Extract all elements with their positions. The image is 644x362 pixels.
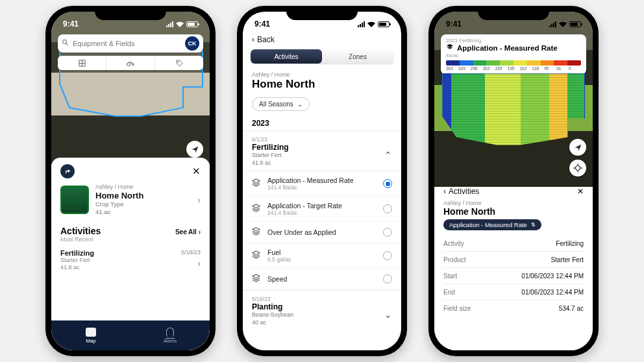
detail-row: End01/06/2023 12:44 PM xyxy=(443,284,584,300)
activity-area: 41.8 ac xyxy=(60,264,94,272)
field-heatmap xyxy=(442,73,585,151)
activity-group-fertilizing[interactable]: 6/1/23 Fertilizing Starter Fert 41.8 ac … xyxy=(243,131,401,171)
map-mode-segment[interactable] xyxy=(58,56,203,70)
seg-activities[interactable]: Activites xyxy=(251,49,322,64)
radio-unselected[interactable] xyxy=(383,228,392,237)
battery-icon xyxy=(186,21,198,27)
clock: 9:41 xyxy=(63,19,79,29)
group-date: 5/18/23 xyxy=(252,296,392,302)
layers-icon xyxy=(446,43,454,53)
layer-row[interactable]: Over Under as Applied xyxy=(243,222,401,243)
seg-zones[interactable]: Zones xyxy=(322,49,393,64)
field-name: Home North xyxy=(443,206,584,217)
tab-map[interactable]: Map xyxy=(51,320,130,350)
radio-unselected[interactable] xyxy=(383,251,392,260)
activity-date: 5/18/23 xyxy=(181,249,201,256)
notch xyxy=(478,6,549,20)
notch xyxy=(95,6,166,20)
layer-row[interactable]: Fuel0.5 gal/ac xyxy=(243,243,401,269)
wifi-icon xyxy=(367,21,375,27)
group-area: 41.8 ac xyxy=(252,160,289,167)
location-arrow-icon xyxy=(191,145,199,154)
map-icon xyxy=(86,328,96,337)
layer-value: 241.4 lbs/ac xyxy=(267,210,342,216)
clock: 9:41 xyxy=(254,19,270,29)
turn-arrow-icon xyxy=(64,168,71,175)
compass-button[interactable] xyxy=(569,139,586,156)
radio-selected[interactable] xyxy=(383,179,392,188)
user-avatar[interactable]: CK xyxy=(185,36,199,51)
layer-row[interactable]: Application - Measured Rate241.4 lbs/ac xyxy=(243,171,401,197)
group-name: Fertilizing xyxy=(252,143,289,152)
field-card: ✕ Ashley / Home Home North Crop Type 41.… xyxy=(51,158,210,350)
legend-title: Application - Measured Rate xyxy=(457,44,558,52)
location-arrow-icon xyxy=(574,143,582,152)
chevron-right-icon: › xyxy=(197,258,201,269)
activities-heading: Activities xyxy=(60,226,101,236)
search-bar[interactable]: CK xyxy=(58,34,203,53)
chevron-up-icon[interactable]: ⌃ xyxy=(384,150,392,160)
chevron-down-icon[interactable]: ⌄ xyxy=(384,309,392,320)
layers-icon xyxy=(252,274,261,284)
chevron-right-icon: › xyxy=(197,195,201,205)
close-button[interactable]: ✕ xyxy=(577,187,584,196)
compass-button[interactable] xyxy=(186,141,203,158)
layer-name: Fuel xyxy=(267,248,291,256)
screen-right: 9:41 2023 Fertilizing Application - Meas… xyxy=(434,12,593,350)
tab-alerts[interactable]: Alerts xyxy=(130,320,210,350)
details-sheet: ‹Activities ✕ Ashley / Home Home North A… xyxy=(434,180,593,350)
status-icons xyxy=(358,21,390,27)
radio-unselected[interactable] xyxy=(383,274,392,284)
layer-row[interactable]: Application - Target Rate241.4 lbs/ac xyxy=(243,197,401,222)
legend-values: 36332929626222919516212895610 xyxy=(446,66,581,71)
layers-icon xyxy=(252,204,261,214)
back-activities[interactable]: ‹Activities xyxy=(443,187,479,196)
chevron-left-icon: ‹ xyxy=(252,35,254,44)
map-view[interactable]: CK xyxy=(51,12,210,164)
layers-icon xyxy=(252,250,261,261)
detail-row: Start01/06/2023 12:44 PM xyxy=(443,267,584,284)
bell-icon xyxy=(166,328,174,337)
layer-chip[interactable]: Application - Measured Rate⇅ xyxy=(443,219,541,230)
svg-point-8 xyxy=(576,166,580,171)
locate-button[interactable] xyxy=(569,160,586,176)
search-input[interactable] xyxy=(73,40,181,47)
field-thumbnail xyxy=(60,186,89,214)
navigate-button[interactable] xyxy=(60,164,75,178)
season-filter[interactable]: All Seasons⌄ xyxy=(252,97,310,111)
seg-tractor-icon[interactable] xyxy=(106,56,155,70)
close-button[interactable]: ✕ xyxy=(192,165,201,177)
field-summary-row[interactable]: Ashley / Home Home North Crop Type 41.ac… xyxy=(60,184,201,217)
activity-item[interactable]: Fertilizing Starter Fert 41.8 ac 5/18/23… xyxy=(60,249,201,272)
layer-name: Speed xyxy=(267,275,287,283)
radio-unselected[interactable] xyxy=(383,204,392,213)
back-button[interactable]: ‹Back xyxy=(252,35,392,44)
activities-zones-segment[interactable]: Activites Zones xyxy=(251,49,393,64)
wifi-icon xyxy=(176,21,184,27)
signal-icon xyxy=(358,21,365,27)
bottom-tab-bar: Map Alerts xyxy=(51,320,210,350)
see-all-link[interactable]: See All › xyxy=(175,228,201,235)
svg-line-1 xyxy=(66,43,68,45)
seg-tag-icon[interactable] xyxy=(155,56,203,70)
year-header: 2023 xyxy=(243,116,401,131)
layer-name: Over Under as Applied xyxy=(267,228,336,236)
group-area: 40 ac xyxy=(252,319,293,327)
chevron-left-icon: ‹ xyxy=(443,187,446,196)
layers-icon xyxy=(252,178,261,189)
page-title: Home North xyxy=(243,78,401,96)
triptych: 9:41 CK xyxy=(0,0,644,362)
notch xyxy=(286,6,358,20)
phone-middle: 9:41 ‹Back Activites Zones Ashley / Home… xyxy=(237,6,407,356)
sort-icon: ⇅ xyxy=(531,222,536,228)
seg-grid-icon[interactable] xyxy=(58,56,106,70)
activity-title: Fertilizing xyxy=(60,249,94,257)
field-name: Home North xyxy=(95,191,143,200)
crop-type-label: Crop Type xyxy=(95,200,143,208)
battery-icon xyxy=(378,21,390,27)
heatmap-view[interactable]: 2023 Fertilizing Application - Measured … xyxy=(434,12,593,187)
activity-group-planting[interactable]: 5/18/23 Planting Beans-Soybean 40 ac ⌄ xyxy=(243,290,401,330)
layer-row[interactable]: Speed xyxy=(243,269,401,290)
layers-icon xyxy=(252,227,261,237)
wifi-icon xyxy=(559,21,567,27)
